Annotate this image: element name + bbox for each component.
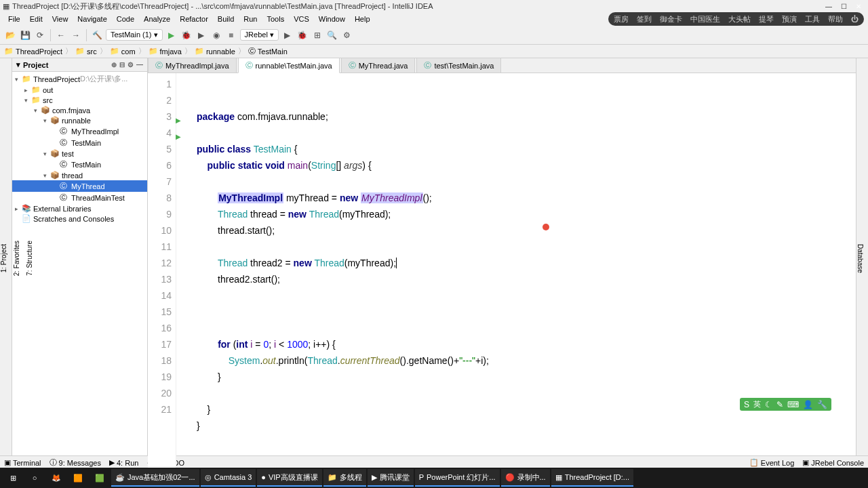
- tree-node[interactable]: ⒸMyThread: [12, 180, 147, 192]
- run-config-select[interactable]: TestMain (1) ▾: [106, 29, 163, 41]
- tree-node[interactable]: ▾📦runnable: [12, 115, 147, 125]
- jr-debug-icon[interactable]: 🐞: [296, 29, 309, 41]
- editor-tab[interactable]: ⒸMyThreadImpl.java: [148, 58, 237, 73]
- stop-icon[interactable]: ■: [225, 29, 237, 41]
- editor-tab[interactable]: Ⓒtest\TestMain.java: [416, 58, 501, 73]
- tk-threads[interactable]: 📁 多线程: [323, 469, 366, 487]
- menu-vcs[interactable]: VCS: [290, 14, 313, 24]
- strip-favorites[interactable]: 2: Favorites: [13, 238, 20, 279]
- jr-run-icon[interactable]: ▶: [281, 29, 294, 41]
- coverage-icon[interactable]: ▶: [195, 29, 208, 41]
- tk-start[interactable]: ⊞: [3, 469, 23, 487]
- tk-tencent[interactable]: ▶ 腾讯课堂: [368, 469, 414, 487]
- rp-2[interactable]: 御金卡: [660, 14, 682, 24]
- tree-node[interactable]: ⒸMyThreadImpl: [12, 125, 147, 137]
- tree-node[interactable]: ▸📁out: [12, 85, 147, 95]
- rp-7[interactable]: 工具: [805, 14, 820, 24]
- build-icon[interactable]: 🔨: [91, 29, 103, 41]
- close-button[interactable]: ✕: [852, 1, 865, 11]
- menu-code[interactable]: Code: [113, 14, 138, 24]
- jrebel-select[interactable]: JRebel ▾: [240, 29, 279, 41]
- collapse-icon[interactable]: ⊟: [119, 61, 125, 68]
- menu-file[interactable]: File: [4, 14, 24, 24]
- menu-run[interactable]: Run: [239, 14, 261, 24]
- tk-app1-icon[interactable]: 🟧: [68, 469, 88, 487]
- ime-tool-icon[interactable]: ✎: [776, 400, 783, 409]
- menu-view[interactable]: View: [48, 14, 73, 24]
- strip-database[interactable]: Database: [856, 241, 864, 276]
- menu-tools[interactable]: Tools: [262, 14, 288, 24]
- tree-node[interactable]: ▸📚External Libraries: [12, 203, 147, 214]
- tk-cortana[interactable]: ○: [24, 469, 45, 487]
- hide-icon[interactable]: —: [136, 61, 143, 68]
- rp-1[interactable]: 签到: [637, 14, 652, 24]
- tk-java[interactable]: ☕ Java基础加强02一...: [111, 469, 199, 487]
- ime-user-icon[interactable]: 👤: [803, 400, 813, 409]
- bc-project[interactable]: 📁 ThreadProject: [4, 47, 62, 56]
- code-area[interactable]: package com.fmjava.runnable; public clas…: [176, 73, 856, 483]
- tk-vip[interactable]: ● VIP高级直播课: [257, 469, 321, 487]
- rp-6[interactable]: 预演: [782, 14, 797, 24]
- bc-src[interactable]: 📁 src: [75, 47, 97, 56]
- back-icon[interactable]: ←: [55, 29, 67, 41]
- tree-node[interactable]: ▾📦com.fmjava: [12, 105, 147, 115]
- tk-firefox-icon[interactable]: 🦊: [46, 469, 66, 487]
- minimize-button[interactable]: —: [822, 1, 835, 11]
- gear-icon[interactable]: ⚙: [127, 61, 134, 68]
- rp-0[interactable]: 票房: [614, 14, 629, 24]
- search-icon[interactable]: 🔍: [326, 29, 338, 41]
- menu-window[interactable]: Window: [315, 14, 349, 24]
- menu-build[interactable]: Build: [214, 14, 238, 24]
- tree-node[interactable]: ▾📦test: [12, 148, 147, 159]
- tk-recording[interactable]: 🔴 录制中...: [501, 469, 550, 487]
- bc-file[interactable]: Ⓒ TestMain: [248, 46, 288, 56]
- strip-structure[interactable]: 7: Structure: [26, 238, 33, 279]
- menu-edit[interactable]: Edit: [26, 14, 47, 24]
- power-icon[interactable]: ⏻: [851, 15, 859, 23]
- editor-tab[interactable]: ⒸMyThread.java: [341, 58, 416, 73]
- rp-5[interactable]: 提琴: [759, 14, 774, 24]
- open-icon[interactable]: 📂: [4, 29, 16, 41]
- rp-3[interactable]: 中国医生: [690, 14, 720, 24]
- tree-node[interactable]: ▾📦thread: [12, 170, 147, 180]
- maximize-button[interactable]: ☐: [837, 1, 850, 11]
- ime-key-icon[interactable]: ⌨: [787, 400, 799, 409]
- debug-icon[interactable]: 🐞: [180, 29, 193, 41]
- tree-node[interactable]: ▾📁src: [12, 95, 147, 105]
- menu-analyze[interactable]: Analyze: [140, 14, 174, 24]
- tree-node[interactable]: ▾📁ThreadProject D:\公开课\多...: [12, 73, 147, 85]
- menu-navigate[interactable]: Navigate: [73, 14, 111, 24]
- save-icon[interactable]: 💾: [19, 29, 31, 41]
- tree-node[interactable]: ⒸTestMain: [12, 137, 147, 148]
- tk-idea[interactable]: ▦ ThreadProject [D:...: [551, 469, 633, 487]
- ime-lang[interactable]: 英: [753, 399, 761, 409]
- bc-com[interactable]: 📁 com: [110, 47, 136, 56]
- ime-bar[interactable]: S 英 ☾ ✎ ⌨ 👤 🔧: [740, 398, 831, 411]
- tree-node[interactable]: ⒸThreadMainTest: [12, 192, 147, 203]
- ime-wrench-icon[interactable]: 🔧: [817, 400, 827, 409]
- bt-terminal[interactable]: ▣ Terminal: [4, 458, 41, 467]
- editor-body[interactable]: 123▶4▶56789101112131415161718192021 pack…: [148, 73, 856, 483]
- bc-fmjava[interactable]: 📁 fmjava: [149, 47, 182, 56]
- refresh-icon[interactable]: ⟳: [34, 29, 46, 41]
- settings-icon[interactable]: ⚙: [341, 29, 353, 41]
- structure-icon[interactable]: ⊞: [311, 29, 323, 41]
- bt-messages[interactable]: ⓘ 9: Messages: [50, 458, 101, 468]
- run-icon[interactable]: ▶: [165, 29, 178, 41]
- dump-icon[interactable]: ◉: [210, 29, 222, 41]
- ime-moon-icon[interactable]: ☾: [765, 400, 772, 409]
- rp-4[interactable]: 大头帖: [728, 14, 751, 24]
- forward-icon[interactable]: →: [70, 29, 82, 41]
- rp-8[interactable]: 帮助: [828, 14, 843, 24]
- tk-ppt[interactable]: P PowerPoint 幻灯片...: [415, 469, 500, 487]
- tree-node[interactable]: 📄Scratches and Consoles: [12, 214, 147, 224]
- menu-help[interactable]: Help: [351, 14, 374, 24]
- tree-node[interactable]: ⒸTestMain: [12, 159, 147, 170]
- tk-camtasia[interactable]: ◎ Camtasia 3: [201, 469, 256, 487]
- select-opened-icon[interactable]: ⊕: [111, 61, 117, 68]
- menu-refactor[interactable]: Refactor: [176, 14, 212, 24]
- bt-run[interactable]: ▶ 4: Run: [109, 458, 138, 467]
- bc-runnable[interactable]: 📁 runnable: [195, 47, 235, 56]
- tk-app2-icon[interactable]: 🟩: [90, 469, 110, 487]
- strip-project[interactable]: 1: Project: [0, 241, 7, 275]
